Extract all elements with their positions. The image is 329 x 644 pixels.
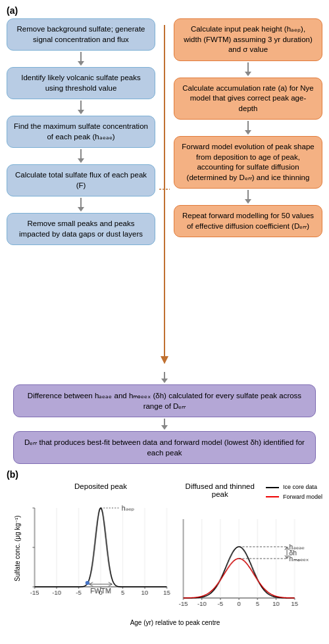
left-box-5: Remove small peaks and peaks impacted by…	[7, 213, 155, 245]
bottom-box-2: Dₑᵣᵣ that produces best-fit between data…	[13, 431, 316, 464]
left-chart-title: Deposited peak	[28, 482, 174, 490]
arrow-right-1	[245, 62, 251, 76]
arrow-right-3	[245, 190, 251, 204]
bottom-box-1: Difference between hₐₑₐₑ and hₘₒₑₑₓ (δh)…	[13, 384, 316, 417]
left-column: Remove background sulfate; generate sign…	[7, 18, 155, 367]
left-box-3: Find the maximum sulfate concentration o…	[7, 116, 155, 148]
section-a-label: (a)	[7, 5, 322, 16]
right-box-4: Repeat forward modelling for 50 values o…	[174, 205, 322, 237]
right-column: Calculate input peak height (hₐₑₚ), widt…	[174, 18, 322, 367]
right-box-1: Calculate input peak height (hₐₑₚ), widt…	[174, 18, 322, 61]
bottom-section: Difference between hₐₑₐₑ and hₘₒₑₑₓ (δh)…	[7, 371, 322, 464]
left-box-1: Remove background sulfate; generate sign…	[7, 18, 155, 51]
chart-legend: Ice core data Forward model	[266, 482, 322, 501]
arrow-right-2	[245, 121, 251, 135]
x-axis-label: Age (yr) relative to peak centre	[130, 619, 220, 626]
arrow-left-4	[78, 198, 84, 212]
left-box-2: Identify likely volcanic sulfate peaks u…	[7, 67, 155, 99]
right-box-2: Calculate accumulation rate (a) for Nye …	[174, 78, 322, 120]
arrow-bottom-1	[161, 372, 168, 383]
arrow-bottom-2	[161, 419, 168, 430]
column-connector	[158, 18, 171, 367]
arrow-left-3	[78, 149, 84, 163]
right-box-3: Forward model evolution of peak shape fr…	[174, 136, 322, 189]
section-b-label: (b)	[7, 469, 322, 480]
legend-ice-core: Ice core data	[266, 482, 322, 492]
arrow-left-2	[78, 101, 84, 114]
y-axis-label: Sulfate conc. (μg kg⁻¹)	[14, 515, 21, 581]
section-b: (b) Sulfate conc. (μg kg⁻¹) Deposited pe…	[7, 469, 322, 626]
right-chart: Diffused and thinned peak Ice core data …	[176, 482, 322, 618]
left-box-4: Calculate total sulfate flux of each pea…	[7, 164, 155, 196]
arrow-left-1	[78, 52, 84, 66]
right-chart-title: Diffused and thinned peak	[176, 482, 263, 498]
left-chart: Deposited peak	[28, 482, 174, 618]
legend-forward-model: Forward model	[266, 492, 322, 501]
